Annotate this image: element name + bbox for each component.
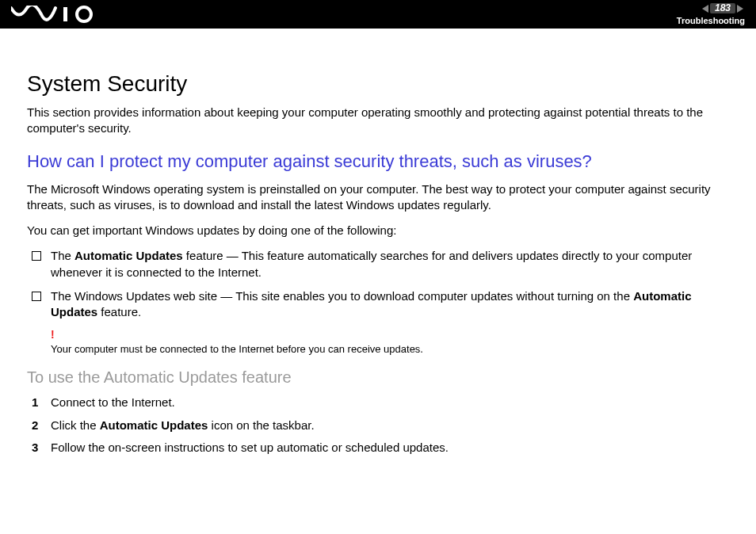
page-number: 183 [710,3,735,13]
page-title: System Security [27,71,729,97]
bullet-item-1: The Automatic Updates feature — This fea… [27,248,729,280]
header-bar: 183 Troubleshooting [0,0,756,29]
svg-point-1 [77,7,91,21]
page-content: System Security This section provides in… [0,29,756,478]
steps-list: Connect to the Internet. Click the Autom… [27,395,729,456]
section-name: Troubleshooting [677,16,745,25]
subheading: To use the Automatic Updates feature [27,368,729,387]
step2-post: icon on the taskbar. [208,418,314,432]
intro-paragraph: This section provides information about … [27,105,729,137]
step2-pre: Click the [51,418,100,432]
step-2: Click the Automatic Updates icon on the … [27,418,729,433]
bullet1-pre: The [51,249,74,262]
header-meta: 183 Troubleshooting [677,3,745,25]
warning-icon: ! [51,328,729,341]
step-3: Follow the on-screen instructions to set… [27,440,729,456]
bullet-item-2: The Windows Updates web site — This site… [27,288,729,321]
vaio-logo [11,6,98,23]
bullet-list: The Automatic Updates feature — This fea… [27,248,729,320]
bullet2-post: feature. [97,305,141,318]
note-text: Your computer must be connected to the I… [51,343,423,355]
step2-bold: Automatic Updates [100,418,208,432]
note-block: ! Your computer must be connected to the… [51,328,729,356]
bullet2-pre: The Windows Updates web site — This site… [51,289,633,303]
next-page-arrow-icon[interactable] [737,5,743,13]
page-number-badge[interactable]: 183 [701,3,745,13]
paragraph-1: The Microsoft Windows operating system i… [27,181,729,214]
step-1: Connect to the Internet. [27,395,729,410]
bullet1-bold: Automatic Updates [74,249,183,262]
prev-page-arrow-icon[interactable] [702,5,708,13]
vaio-logo-icon [11,6,98,23]
svg-rect-0 [63,7,67,21]
paragraph-2: You can get important Windows updates by… [27,223,729,238]
question-heading: How can I protect my computer against se… [27,151,729,172]
